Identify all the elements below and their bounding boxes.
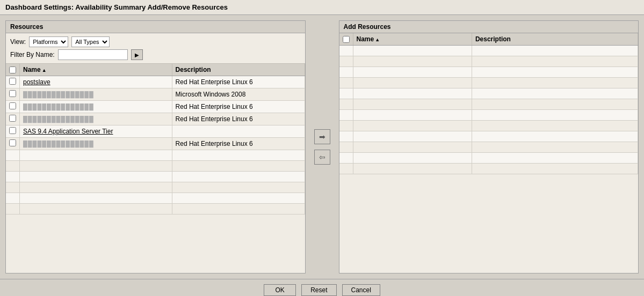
resource-name-blurred[interactable]: ███████████████	[23, 91, 94, 98]
table-row	[339, 99, 638, 110]
row-checkbox[interactable]	[9, 90, 16, 97]
remove-resource-button[interactable]: ⇦	[314, 150, 330, 165]
table-row	[339, 164, 638, 174]
reset-button[interactable]: Reset	[301, 284, 336, 296]
table-row	[6, 193, 305, 204]
table-row	[339, 153, 638, 164]
resource-name[interactable]: postslave	[23, 78, 50, 86]
resource-name-blurred[interactable]: ███████████████	[23, 116, 94, 122]
resource-name-blurred[interactable]: ███████████████	[23, 103, 94, 110]
page-title: Dashboard Settings: Availability Summary…	[0, 0, 644, 15]
add-resources-table-container: Name▲ Description	[339, 33, 639, 273]
resource-desc: Microsoft Windows 2008	[172, 88, 305, 101]
resource-desc: Red Hat Enterprise Linux 6	[172, 138, 305, 150]
add-resources-table: Name▲ Description	[339, 33, 639, 174]
select-all-resources-checkbox[interactable]	[9, 66, 16, 73]
row-checkbox[interactable]	[9, 127, 16, 134]
add-name-header: Name▲	[353, 33, 472, 46]
select-all-added-checkbox[interactable]	[343, 36, 350, 43]
resources-desc-header: Description	[172, 64, 305, 76]
filter-go-button[interactable]: ▶	[131, 49, 143, 60]
transfer-buttons: ➡ ⇦	[311, 20, 334, 273]
resource-desc: Red Hat Enterprise Linux 6	[172, 101, 305, 113]
filter-label: Filter By Name:	[10, 51, 55, 58]
table-row	[6, 182, 305, 193]
resources-controls: View: Platforms Groups Services All Type…	[6, 33, 305, 64]
add-resources-panel-title: Add Resources	[339, 21, 639, 33]
footer: OK Reset Cancel	[0, 279, 644, 296]
table-row	[6, 161, 305, 172]
table-row	[6, 204, 305, 214]
resource-name-blurred[interactable]: ███████████████	[23, 140, 94, 147]
ok-button[interactable]: OK	[264, 284, 296, 296]
type-select[interactable]: All Types Linux Windows	[71, 36, 110, 47]
cancel-button[interactable]: Cancel	[342, 284, 380, 296]
resource-name[interactable]: SAS 9.4 Application Server Tier	[23, 128, 113, 135]
table-row: ███████████████ Red Hat Enterprise Linux…	[6, 101, 305, 113]
table-row: SAS 9.4 Application Server Tier	[6, 125, 305, 138]
resource-desc: Red Hat Enterprise Linux 6	[172, 113, 305, 125]
view-label: View:	[10, 38, 26, 46]
resource-desc: Red Hat Enterprise Linux 6	[172, 76, 305, 88]
resource-desc	[172, 125, 305, 138]
table-row: postslave Red Hat Enterprise Linux 6	[6, 76, 305, 88]
add-desc-header: Description	[472, 33, 638, 46]
row-checkbox[interactable]	[9, 102, 16, 109]
row-checkbox[interactable]	[9, 115, 16, 122]
table-row	[339, 56, 638, 67]
resources-table-container: Name▲ Description postslave Red Hat Ente…	[6, 64, 305, 273]
table-row	[339, 46, 638, 56]
resources-panel-title: Resources	[6, 21, 305, 33]
table-row	[339, 110, 638, 121]
table-row: ███████████████ Microsoft Windows 2008	[6, 88, 305, 101]
row-checkbox[interactable]	[9, 78, 16, 85]
resources-name-header: Name▲	[20, 64, 172, 76]
resources-table: Name▲ Description postslave Red Hat Ente…	[6, 64, 305, 214]
row-checkbox[interactable]	[9, 139, 16, 146]
table-row	[339, 121, 638, 131]
table-row: ███████████████ Red Hat Enterprise Linux…	[6, 138, 305, 150]
view-select[interactable]: Platforms Groups Services	[29, 36, 68, 47]
table-row	[339, 142, 638, 153]
table-row	[339, 131, 638, 142]
table-row: ███████████████ Red Hat Enterprise Linux…	[6, 113, 305, 125]
table-row	[6, 172, 305, 182]
table-row	[339, 78, 638, 88]
filter-input[interactable]	[58, 49, 128, 60]
table-row	[6, 150, 305, 161]
table-row	[339, 88, 638, 99]
resources-panel: Resources View: Platforms Groups Service…	[5, 20, 306, 273]
table-row	[339, 67, 638, 78]
add-resources-panel: Add Resources Name▲ Description	[339, 20, 639, 273]
add-resource-button[interactable]: ➡	[314, 129, 330, 144]
